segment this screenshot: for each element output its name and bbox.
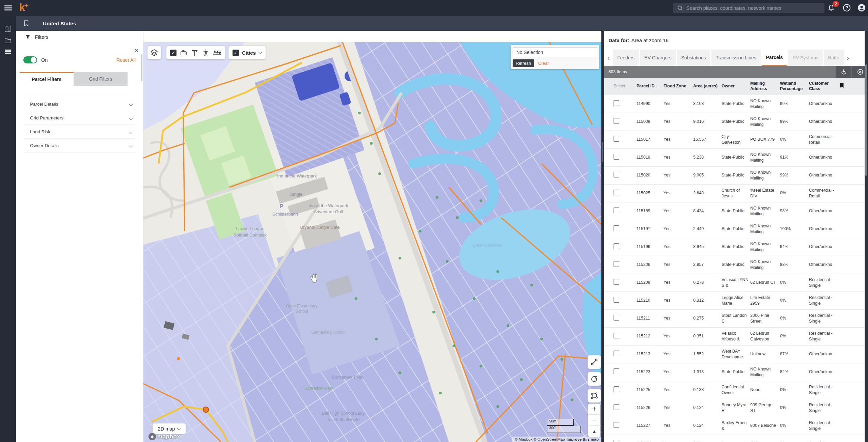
- help-button[interactable]: ?: [842, 3, 852, 13]
- table-row[interactable]: 115020 Yes 9.005 State-Public NO Known M…: [604, 166, 865, 184]
- splitter-handle[interactable]: [602, 142, 603, 162]
- filter-section-item[interactable]: Land Risk: [24, 125, 135, 139]
- row-checkbox[interactable]: [614, 297, 619, 303]
- table-row[interactable]: 115233 Yes 0.074 Lyons 3202 0% Other/unk…: [604, 435, 865, 442]
- row-checkbox[interactable]: [614, 351, 619, 356]
- row-checkbox[interactable]: [614, 261, 619, 267]
- table-row[interactable]: 115211 Yes 0.275 Stout Landon C 3006 Pin…: [604, 309, 865, 327]
- row-checkbox[interactable]: [614, 333, 619, 338]
- draw-polygon-tool[interactable]: [588, 389, 601, 403]
- row-checkbox[interactable]: [614, 440, 619, 442]
- filter-section-item[interactable]: Owner Details: [24, 139, 135, 153]
- notifications-button[interactable]: 2: [826, 3, 836, 13]
- transformer-icon[interactable]: [180, 49, 188, 57]
- tab-pv-systems[interactable]: PV Systems: [788, 50, 823, 66]
- column-customer-class[interactable]: Customer Class: [809, 78, 839, 95]
- table-row[interactable]: 115017 Yes 16.557 City-Galveston PO BOX …: [604, 131, 865, 148]
- tab-grid-filters[interactable]: Grid Filters: [74, 72, 128, 86]
- table-row[interactable]: 115210 Yes 0.312 Legge Alice Marie Life …: [604, 292, 865, 309]
- row-checkbox[interactable]: [614, 386, 619, 392]
- app-logo[interactable]: k+: [19, 2, 28, 13]
- row-checkbox[interactable]: [614, 154, 619, 160]
- row-checkbox[interactable]: [614, 118, 619, 124]
- account-button[interactable]: [857, 3, 867, 13]
- tabs-scroll-left-icon[interactable]: ‹: [604, 50, 613, 66]
- clear-button[interactable]: Clear: [538, 61, 549, 66]
- tab-batteries[interactable]: Batte: [824, 50, 844, 66]
- bookmark-icon[interactable]: [24, 20, 29, 27]
- row-checkbox[interactable]: [614, 172, 619, 177]
- table-row[interactable]: 115223 Yes 1.313 State-Public NO Known M…: [604, 363, 865, 381]
- table-row[interactable]: 115212 Yes 0.351 Velasco Alfonso & 62 Le…: [604, 327, 865, 345]
- solar-panel-icon[interactable]: [213, 49, 222, 57]
- column-mailing-address[interactable]: Mailing Address: [750, 78, 780, 95]
- filter-section-item[interactable]: Grid Parameters: [24, 111, 135, 125]
- row-checkbox[interactable]: [614, 315, 619, 321]
- reset-all-link[interactable]: Reset All: [116, 57, 136, 63]
- row-checkbox[interactable]: [614, 225, 619, 231]
- draw-circle-tool[interactable]: [588, 372, 601, 386]
- row-checkbox[interactable]: [614, 208, 619, 213]
- table-row[interactable]: 115189 Yes 8.434 State-Public NO Known M…: [604, 202, 865, 220]
- compass-button[interactable]: ▲: [588, 426, 600, 437]
- pole-icon[interactable]: [191, 49, 199, 57]
- filter-section-item[interactable]: Parcel Details: [24, 97, 135, 111]
- tabs-scroll-right-icon[interactable]: ›: [844, 50, 852, 66]
- panel-splitter[interactable]: [601, 31, 604, 442]
- table-row[interactable]: 115227 Yes 0.124 Baxley Ernest & 8007 Be…: [604, 417, 865, 435]
- download-button[interactable]: [836, 66, 851, 78]
- layers-button[interactable]: [147, 46, 161, 59]
- map-canvas[interactable]: Inn at the Waterpark Jungle Inn at the W…: [143, 42, 601, 442]
- selected-point-marker[interactable]: [203, 407, 209, 412]
- row-checkbox[interactable]: [614, 422, 619, 428]
- global-search[interactable]: [673, 3, 824, 13]
- cities-layer-control[interactable]: ✓ Cities: [228, 46, 266, 59]
- table-row[interactable]: 115226 Yes 0.124 Bonney Myra R 909 Georg…: [604, 399, 865, 417]
- map-mode-button[interactable]: 2D map: [153, 423, 186, 434]
- row-checkbox[interactable]: [614, 279, 619, 285]
- table-row[interactable]: 115225 Yes 0.138 Confidential Owner None…: [604, 381, 865, 399]
- search-input[interactable]: [686, 5, 820, 11]
- close-filters-icon[interactable]: ×: [134, 47, 138, 54]
- zoom-out-button[interactable]: −: [588, 415, 600, 426]
- column-area[interactable]: Area (acres): [693, 78, 722, 95]
- row-checkbox[interactable]: [614, 100, 619, 106]
- row-checkbox[interactable]: [614, 190, 619, 195]
- hamburger-menu-icon[interactable]: [4, 5, 12, 10]
- mapbox-logo[interactable]: ◆ mapbox: [148, 433, 180, 440]
- zoom-in-button[interactable]: +: [588, 404, 600, 415]
- layers-list-icon[interactable]: [4, 48, 12, 56]
- table-row[interactable]: 115019 Yes 5.238 State-Public NO Known M…: [604, 148, 865, 166]
- column-bookmark[interactable]: [839, 78, 865, 95]
- table-row[interactable]: 115025 Yes 2.648 Church of Jesus %real E…: [604, 184, 865, 202]
- column-flood-zone[interactable]: Flood Zone: [663, 78, 693, 95]
- improve-map-link[interactable]: Improve this map: [567, 437, 599, 441]
- table-row[interactable]: 115009 Yes 9.016 State-Public NO Known M…: [604, 113, 865, 131]
- column-owner[interactable]: Owner: [722, 78, 750, 95]
- table-row[interactable]: 115209 Yes 0.278 Velasco LYNN S & 62 Leb…: [604, 274, 865, 292]
- column-wetland[interactable]: Wetland Percentage: [780, 78, 809, 95]
- row-checkbox[interactable]: [614, 243, 619, 249]
- tab-parcels[interactable]: Parcels: [762, 50, 787, 66]
- measure-line-tool[interactable]: [588, 355, 601, 369]
- map-icon[interactable]: [4, 25, 12, 33]
- tab-parcel-filters[interactable]: Parcel Filters: [20, 72, 74, 86]
- tab-feeders[interactable]: Feeders: [613, 50, 639, 66]
- table-row[interactable]: 115191 Yes 2.449 State-Public NO Known M…: [604, 220, 865, 238]
- table-scrollbar[interactable]: [865, 31, 868, 442]
- scrollbar-handle[interactable]: [865, 64, 867, 176]
- table-row[interactable]: 115206 Yes 2.857 State-Public NO Known M…: [604, 256, 865, 274]
- filters-on-toggle[interactable]: [23, 56, 37, 63]
- table-row[interactable]: 115196 Yes 3.945 State-Public NO Known M…: [604, 238, 865, 256]
- refresh-button[interactable]: Refresh: [513, 59, 534, 67]
- cities-checkbox[interactable]: ✓: [233, 50, 239, 56]
- row-checkbox[interactable]: [614, 368, 619, 374]
- panel-scrollbar[interactable]: [141, 54, 142, 81]
- tab-substations[interactable]: Substations: [677, 50, 710, 66]
- table-row[interactable]: 115213 Yes 1.552 West BAY Developme Unkn…: [604, 345, 865, 363]
- table-row[interactable]: 114990 Yes 3.108 State-Public NO Known M…: [604, 95, 865, 113]
- transmission-tower-icon[interactable]: [202, 49, 210, 57]
- row-checkbox[interactable]: [614, 136, 619, 142]
- tab-ev-chargers[interactable]: EV Chargers: [640, 50, 676, 66]
- tab-transmission-lines[interactable]: Transmission Lines: [711, 50, 761, 66]
